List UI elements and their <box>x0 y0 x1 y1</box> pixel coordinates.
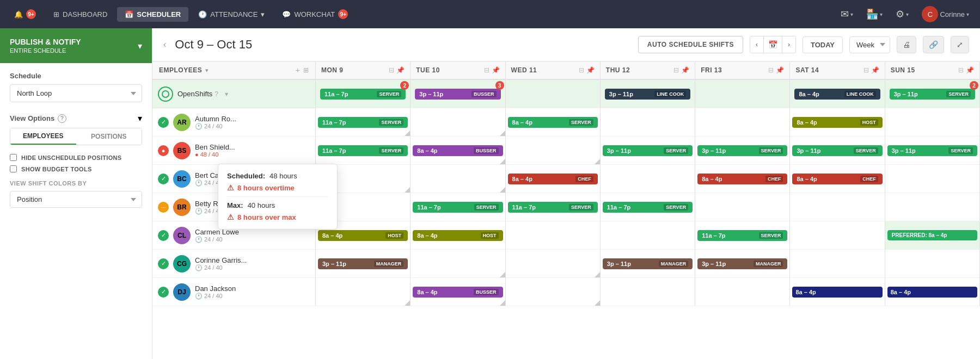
link-button[interactable]: 🔗 <box>923 36 944 53</box>
nav-dashboard[interactable]: ⊞ DASHBOARD <box>46 7 115 22</box>
nav-attendance[interactable]: 🕐 ATTENDANCE ▾ <box>191 7 272 22</box>
ben-thu-badge[interactable]: 3p – 11p SERVER <box>603 145 693 156</box>
user-profile-button[interactable]: C Corinne ▾ <box>917 3 973 26</box>
bert-sun <box>885 165 980 193</box>
dan-sat: 8a – 4p <box>790 278 885 306</box>
copy-fri-icon[interactable]: ⊟ <box>768 66 774 74</box>
open-shift-sat: 8a – 4p LINE COOK <box>790 80 885 108</box>
pin-wed-icon[interactable]: 📌 <box>586 66 595 74</box>
hide-unscheduled-input[interactable] <box>10 154 17 161</box>
add-employee-icon[interactable]: + <box>296 66 300 75</box>
view-options-toggle[interactable]: View Options ? ▾ <box>0 107 152 128</box>
print-button[interactable]: 🖨 <box>897 36 916 53</box>
open-shift-sat-badge[interactable]: 8a – 4p LINE COOK <box>794 89 880 100</box>
ben-mon-badge[interactable]: 11a – 7p SERVER <box>318 145 408 156</box>
open-shift-tue-badge[interactable]: 3p – 11p BUSSER <box>415 89 500 100</box>
copy-thu-icon[interactable]: ⊟ <box>673 66 679 74</box>
positions-tab[interactable]: POSITIONS <box>76 128 142 145</box>
carmen-thu <box>601 221 695 250</box>
bert-fri-badge[interactable]: 8a – 4p CHEF <box>697 174 787 184</box>
settings-button[interactable]: ⚙ ▾ <box>891 5 913 23</box>
pin-sun-icon[interactable]: 📌 <box>966 66 974 74</box>
autumn-sat-badge[interactable]: 8a – 4p HOST <box>792 117 882 128</box>
copy-day-icon[interactable]: ⊟ <box>389 66 394 74</box>
pin-thu-icon[interactable]: 📌 <box>681 66 689 74</box>
prev-week-button[interactable]: ‹ <box>750 37 763 52</box>
dan-sat-badge[interactable]: 8a – 4p <box>792 287 882 298</box>
copy-icon[interactable]: ⊞ <box>303 66 309 74</box>
nav-notifications[interactable]: 🔔 9+ <box>7 6 44 22</box>
show-budget-checkbox[interactable]: SHOW BUDGET TOOLS <box>0 163 152 175</box>
nav-workchat[interactable]: 💬 WORKCHAT 9+ <box>274 6 356 22</box>
autumn-mon: 11a – 7p SERVER <box>316 108 411 137</box>
date-range: Oct 9 – Oct 15 <box>175 38 631 52</box>
dashboard-icon: ⊞ <box>53 10 59 18</box>
pin-day-icon[interactable]: 📌 <box>396 66 405 74</box>
copy-wed-icon[interactable]: ⊟ <box>579 66 584 74</box>
betty-thu-badge[interactable]: 11a – 7p SERVER <box>603 202 693 213</box>
bert-sat-badge[interactable]: 8a – 4p CHEF <box>792 174 882 184</box>
betty-wed-badge[interactable]: 11a – 7p SERVER <box>508 202 598 213</box>
open-shifts-info-icon: ? <box>215 90 218 98</box>
week-select[interactable]: Week <box>849 36 890 53</box>
ben-thu: 3p – 11p SERVER <box>601 137 695 165</box>
expand-button[interactable]: ⤢ <box>951 36 969 53</box>
copy-sun-icon[interactable]: ⊟ <box>958 66 964 74</box>
schedule-select[interactable]: North Loop <box>10 84 142 102</box>
shift-colors-select[interactable]: Position <box>10 191 142 208</box>
open-shifts-dropdown[interactable]: ▾ <box>225 90 228 98</box>
ben-fri-badge[interactable]: 3p – 11p SERVER <box>697 145 787 156</box>
hide-unscheduled-checkbox[interactable]: HIDE UNSCHEDULED POSITIONS <box>0 152 152 163</box>
carmen-sun-badge[interactable]: PREFERRED: 8a – 4p <box>887 230 977 240</box>
today-button[interactable]: TODAY <box>803 36 843 53</box>
open-circle-icon <box>162 90 169 98</box>
day-thu-icons: ⊟ 📌 <box>673 66 689 74</box>
store-button[interactable]: 🏪 ▾ <box>862 5 887 23</box>
ben-sat-badge[interactable]: 3p – 11p SERVER <box>792 145 882 156</box>
mail-button[interactable]: ✉ ▾ <box>836 5 857 23</box>
col-header-mon: MON 9 ⊟ 📌 <box>316 61 411 80</box>
ben-tue-badge[interactable]: 8a – 4p BUSSER <box>413 145 503 156</box>
open-shift-sun-badge[interactable]: 3p – 11p SERVER <box>890 89 975 100</box>
pin-tue-icon[interactable]: 📌 <box>492 66 500 74</box>
dan-name: Dan Jackson <box>195 284 282 293</box>
carmen-fri-badge[interactable]: 11a – 7p SERVER <box>697 230 787 241</box>
copy-sat-icon[interactable]: ⊟ <box>863 66 869 74</box>
publish-button[interactable]: PUBLISH & NOTIFY ENTIRE SCHEDULE ▾ <box>0 28 152 63</box>
back-arrow[interactable]: ‹ <box>163 40 166 49</box>
carmen-tue-badge[interactable]: 8a – 4p HOST <box>413 230 503 241</box>
dan-hours: 🕐 24 / 40 <box>195 293 310 300</box>
carmen-mon-badge[interactable]: 8a – 4p HOST <box>318 230 408 241</box>
copy-tue-icon[interactable]: ⊟ <box>484 66 489 74</box>
nav-scheduler[interactable]: 📅 SCHEDULER <box>117 7 188 22</box>
auto-schedule-button[interactable]: AUTO SCHEDULE SHIFTS <box>638 36 743 53</box>
show-budget-input[interactable] <box>10 165 17 172</box>
corinne-fri-badge[interactable]: 3p – 11p MANAGER <box>697 258 787 269</box>
dan-tue-badge[interactable]: 8a – 4p BUSSER <box>413 287 503 298</box>
corinne-mon-badge[interactable]: 3p – 11p MANAGER <box>318 258 408 269</box>
pin-sat-icon[interactable]: 📌 <box>871 66 879 74</box>
betty-tue-badge[interactable]: 11a – 7p SERVER <box>413 202 503 213</box>
day-tue: TUE 10 <box>416 66 440 74</box>
dan-sun-badge[interactable]: 8a – 4p <box>887 287 977 298</box>
open-shift-mon-badge[interactable]: 11a – 7p SERVER <box>320 89 406 100</box>
corinne-hours: 🕐 24 / 40 <box>195 264 310 271</box>
col-header-thu: THU 12 ⊟ 📌 <box>601 61 695 80</box>
user-avatar: C <box>922 6 938 22</box>
ben-tue: 8a – 4p BUSSER <box>411 137 505 165</box>
autumn-wed-badge[interactable]: 8a – 4p SERVER <box>508 117 598 128</box>
corinne-thu-badge[interactable]: 3p – 11p MANAGER <box>603 258 693 269</box>
corinne-mon: 3p – 11p MANAGER <box>316 250 411 278</box>
shift-colors-label: VIEW SHIFT COLORS BY <box>0 175 152 189</box>
ben-sun-badge[interactable]: 3p – 11p SERVER <box>887 145 977 156</box>
corner-indicator <box>595 159 600 164</box>
bert-wed-badge[interactable]: 8a – 4p CHEF <box>508 174 598 184</box>
carmen-status: ✓ <box>158 230 169 241</box>
open-shift-thu-badge[interactable]: 3p – 11p LINE COOK <box>605 89 690 100</box>
next-week-button[interactable]: › <box>782 37 795 52</box>
employees-tab[interactable]: EMPLOYEES <box>10 128 76 145</box>
autumn-mon-badge[interactable]: 11a – 7p SERVER <box>318 117 408 128</box>
pin-fri-icon[interactable]: 📌 <box>776 66 784 74</box>
corinne-avatar: CG <box>173 255 191 273</box>
open-shift-tue: 3p – 11p BUSSER 3 <box>411 80 505 108</box>
